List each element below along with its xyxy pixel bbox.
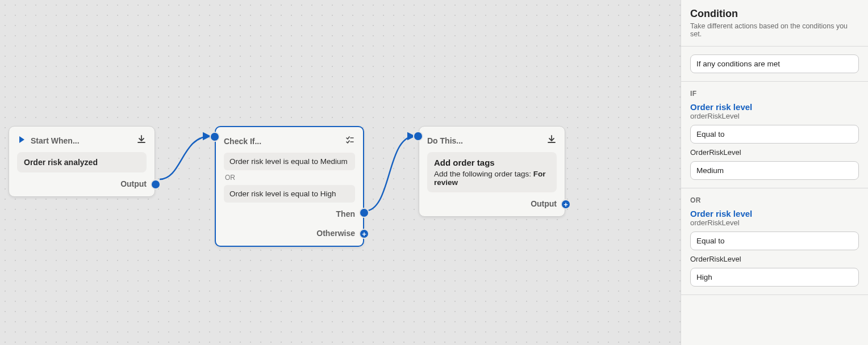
- node-action-title: Do This...: [427, 136, 463, 145]
- input-port[interactable]: [413, 131, 423, 141]
- condition-var-path: orderRiskLevel: [690, 112, 859, 120]
- import-icon[interactable]: [546, 134, 557, 146]
- input-port[interactable]: [210, 132, 220, 142]
- field-label: OrderRiskLevel: [690, 148, 859, 157]
- condition-var-path: orderRiskLevel: [690, 218, 859, 227]
- node-check-if[interactable]: Check If... Order risk level is equal to…: [215, 126, 364, 247]
- value-input[interactable]: High: [690, 268, 859, 287]
- node-check-title: Check If...: [224, 137, 261, 146]
- action-detail: Add order tags Add the following order t…: [427, 152, 557, 192]
- then-label: Then: [224, 209, 355, 218]
- condition-var-link[interactable]: Order risk level: [690, 102, 859, 112]
- output-port[interactable]: [561, 199, 571, 209]
- action-detail-body: Add the following order tags: For review: [434, 170, 550, 187]
- condition-2: Order risk level is equal to High: [224, 185, 355, 203]
- operator-select[interactable]: Equal to: [690, 125, 859, 144]
- value-input[interactable]: Medium: [690, 161, 859, 180]
- condition-1: Order risk level is equal to Medium: [224, 153, 355, 170]
- condition-panel: Condition Take different actions based o…: [681, 0, 868, 345]
- action-detail-title: Add order tags: [434, 158, 550, 167]
- otherwise-port[interactable]: [359, 229, 369, 239]
- import-icon[interactable]: [136, 134, 147, 146]
- operator-select[interactable]: Equal to: [690, 232, 859, 250]
- output-port[interactable]: [151, 179, 161, 190]
- node-start[interactable]: Start When... Order risk analyzed Output: [9, 126, 155, 197]
- or-separator: OR: [225, 174, 354, 182]
- output-label: Output: [427, 199, 557, 208]
- match-mode-select[interactable]: If any conditions are met: [690, 54, 859, 73]
- or-label: OR: [690, 196, 859, 204]
- panel-subheading: Take different actions based on the cond…: [690, 22, 859, 38]
- workflow-canvas[interactable]: Start When... Order risk analyzed Output…: [0, 0, 682, 345]
- then-port[interactable]: [359, 208, 369, 218]
- condition-var-link[interactable]: Order risk level: [690, 209, 859, 218]
- node-start-title: Start When...: [31, 136, 80, 145]
- if-label: IF: [690, 90, 859, 98]
- play-icon: [17, 135, 26, 146]
- otherwise-label: Otherwise: [224, 229, 355, 238]
- trigger-label: Order risk analyzed: [17, 152, 147, 172]
- output-label: Output: [17, 179, 147, 188]
- field-label: OrderRiskLevel: [690, 255, 859, 263]
- panel-heading: Condition: [690, 8, 859, 20]
- node-action[interactable]: Do This... Add order tags Add the follow…: [419, 126, 565, 217]
- checklist-icon[interactable]: [345, 135, 355, 147]
